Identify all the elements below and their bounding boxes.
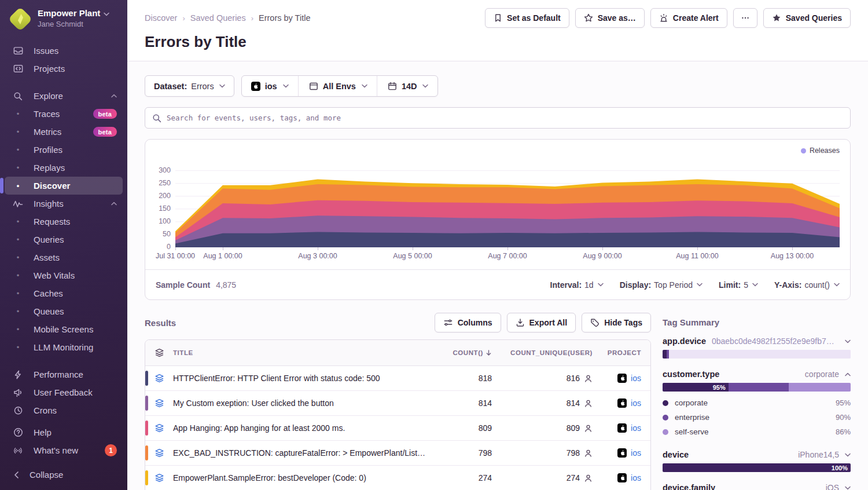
- tag-distribution-bar[interactable]: 100%: [663, 463, 851, 472]
- table-row[interactable]: HTTPClientError: HTTP Client Error with …: [145, 366, 650, 391]
- tag-section-device: deviceiPhone14,5100%: [663, 450, 851, 472]
- date-range-value: 14D: [402, 82, 417, 91]
- chart-control-label: Interval:: [550, 280, 582, 290]
- results-section: Results Columns Export All: [145, 313, 651, 490]
- error-title[interactable]: EXC_BAD_INSTRUCTION: captureFatalError: …: [173, 448, 436, 458]
- sidebar-item-help[interactable]: Help: [5, 423, 123, 441]
- hide-tags-button[interactable]: Hide Tags: [582, 313, 651, 332]
- tag-segment-label: 95%: [713, 384, 729, 391]
- tag-header[interactable]: deviceiPhone14,5: [663, 450, 851, 459]
- more-options-button[interactable]: [733, 8, 757, 28]
- search-input[interactable]: [167, 114, 843, 122]
- org-switcher[interactable]: Empower Plant Jane Schmidt: [0, 0, 127, 36]
- chart-control-interval[interactable]: Interval:1d: [550, 280, 604, 290]
- project-link[interactable]: ios: [631, 398, 641, 408]
- breadcrumb-discover[interactable]: Discover: [145, 13, 177, 23]
- column-header-count[interactable]: COUNT(): [436, 349, 494, 356]
- chart-control-display[interactable]: Display:Top Period: [620, 280, 703, 290]
- sidebar-item-user-feedback[interactable]: User Feedback: [5, 383, 123, 401]
- tag-breakdown-row[interactable]: corporate95%: [663, 396, 851, 410]
- sidebar-item-performance[interactable]: Performance: [5, 365, 123, 383]
- chart-control-limit[interactable]: Limit:5: [719, 280, 758, 290]
- sidebar-item-queues[interactable]: •Queues: [5, 302, 123, 320]
- table-row[interactable]: App Hanging: App hanging for at least 20…: [145, 416, 650, 441]
- columns-icon: [443, 318, 453, 327]
- releases-legend-label: Releases: [810, 147, 840, 155]
- columns-button[interactable]: Columns: [435, 313, 501, 332]
- sidebar-item-label: Replays: [34, 163, 65, 173]
- count-unique-value: 809: [567, 423, 580, 433]
- dataset-value: Errors: [191, 82, 214, 91]
- sidebar-item-traces[interactable]: •Tracesbeta: [5, 105, 123, 123]
- project-filter-value: ios: [265, 82, 277, 91]
- tag-header[interactable]: app.device0baebc0de4982f1255f2e9e9fb7…: [663, 337, 851, 346]
- star-filled-icon: [772, 13, 781, 23]
- project-link[interactable]: ios: [631, 374, 641, 383]
- date-range-filter[interactable]: 14D: [377, 76, 438, 96]
- sidebar-item-profiles[interactable]: •Profiles: [5, 141, 123, 159]
- sidebar-item-mobile-screens[interactable]: •Mobile Screens: [5, 320, 123, 338]
- tag-header[interactable]: device.familyiOS: [663, 483, 851, 490]
- bullet-dot-icon: •: [13, 235, 23, 244]
- sidebar-item-issues[interactable]: Issues: [5, 42, 123, 60]
- sidebar-collapse[interactable]: Collapse: [0, 463, 127, 490]
- create-alert-button[interactable]: Create Alert: [650, 8, 727, 28]
- table-row[interactable]: My Custom exeption: User clicked the but…: [145, 391, 650, 416]
- tag-segment: [729, 383, 789, 392]
- sidebar-item-projects[interactable]: Projects: [5, 60, 123, 78]
- table-row[interactable]: EmpowerPlant.SampleError: bestDeveloper …: [145, 466, 650, 490]
- dataset-filter[interactable]: Dataset: Errors: [145, 75, 234, 97]
- tag-breakdown-row[interactable]: enterprise90%: [663, 410, 851, 425]
- project-link[interactable]: ios: [631, 448, 641, 458]
- clock-icon: [13, 405, 23, 415]
- column-header-count-unique[interactable]: COUNT_UNIQUE(USER): [494, 349, 593, 356]
- sidebar-item-discover[interactable]: •Discover: [5, 177, 123, 195]
- environment-filter[interactable]: All Envs: [298, 76, 377, 96]
- saved-queries-button[interactable]: Saved Queries: [763, 8, 851, 28]
- error-title[interactable]: My Custom exeption: User clicked the but…: [173, 398, 436, 408]
- chart-plot-area[interactable]: [175, 160, 840, 247]
- project-filter[interactable]: ios: [242, 76, 298, 96]
- broadcast-icon: [13, 446, 23, 455]
- sidebar-item-requests[interactable]: •Requests: [5, 213, 123, 231]
- sidebar-item-replays[interactable]: •Replays: [5, 159, 123, 177]
- chart-legend[interactable]: Releases: [801, 147, 840, 155]
- project-link[interactable]: ios: [631, 423, 641, 433]
- sidebar-item-assets[interactable]: •Assets: [5, 248, 123, 266]
- beta-badge: beta: [93, 109, 117, 119]
- error-title[interactable]: HTTPClientError: HTTP Client Error with …: [173, 374, 436, 383]
- tag-segment-label: 100%: [832, 465, 851, 471]
- series-color-indicator: [145, 396, 148, 411]
- chart-control-y-axis[interactable]: Y-Axis:count(): [774, 280, 840, 290]
- sidebar-item-web-vitals[interactable]: •Web Vitals: [5, 266, 123, 284]
- results-table: TITLE COUNT() COUNT_UNIQUE(USER) PROJECT…: [145, 339, 651, 490]
- error-title[interactable]: App Hanging: App hanging for at least 20…: [173, 423, 436, 433]
- sidebar-group-insights[interactable]: Insights: [5, 195, 123, 213]
- tag-breakdown-row[interactable]: self-serve86%: [663, 425, 851, 439]
- export-all-button[interactable]: Export All: [507, 313, 576, 332]
- save-as-button[interactable]: Save as…: [575, 8, 645, 28]
- column-header-title[interactable]: TITLE: [173, 349, 436, 356]
- stack-icon[interactable]: [145, 348, 173, 358]
- set-as-default-button[interactable]: Set as Default: [485, 8, 569, 28]
- tag-header[interactable]: customer.typecorporate: [663, 370, 851, 379]
- star-icon: [584, 13, 593, 23]
- table-row[interactable]: EXC_BAD_INSTRUCTION: captureFatalError: …: [145, 441, 650, 466]
- sidebar-item-queries[interactable]: •Queries: [5, 231, 123, 248]
- sidebar-item-what-s-new[interactable]: What's new1: [5, 441, 123, 459]
- sidebar-item-caches[interactable]: •Caches: [5, 284, 123, 302]
- tag-distribution-bar[interactable]: 95%: [663, 383, 851, 392]
- sidebar-group-explore[interactable]: Explore: [5, 87, 123, 105]
- sidebar-item-llm-monitoring[interactable]: •LLM Monitoring: [5, 338, 123, 356]
- project-link[interactable]: ios: [631, 473, 641, 482]
- search-bar: [145, 107, 851, 129]
- sidebar-item-metrics[interactable]: •Metricsbeta: [5, 123, 123, 141]
- column-header-project[interactable]: PROJECT: [593, 349, 650, 356]
- breadcrumb-saved-queries[interactable]: Saved Queries: [190, 13, 246, 23]
- issues-icon: [13, 46, 23, 56]
- sidebar-item-crons[interactable]: Crons: [5, 401, 123, 419]
- error-title[interactable]: EmpowerPlant.SampleError: bestDeveloper …: [173, 473, 436, 482]
- x-axis-tick-label: Aug 1 00:00: [203, 252, 242, 260]
- chevron-down-icon: [697, 283, 703, 287]
- tag-distribution-bar[interactable]: [663, 350, 851, 359]
